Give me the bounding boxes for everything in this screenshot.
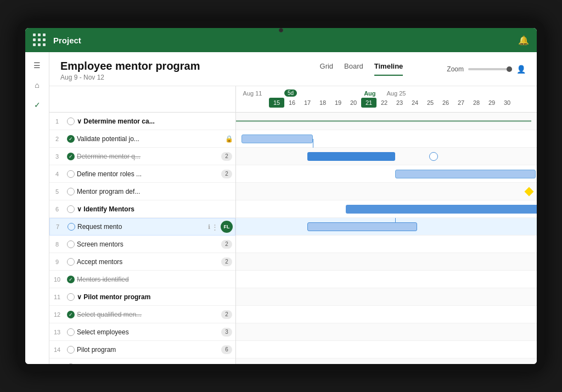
lock-icon: 🔒 bbox=[225, 135, 233, 143]
table-row[interactable]: 9 Accept mentors 2 bbox=[49, 253, 235, 271]
date-20: 20 bbox=[346, 98, 361, 108]
date-19: 19 bbox=[330, 98, 346, 108]
bar-row2 bbox=[241, 135, 313, 143]
date-18: 18 bbox=[315, 98, 330, 108]
table-row[interactable]: 7 Request mento ℹ ⋮ FL bbox=[49, 218, 235, 236]
table-row[interactable]: 13 Select employees 3 bbox=[49, 323, 235, 341]
table-row[interactable]: 12 ✓ Select qualified men... 2 bbox=[49, 306, 235, 323]
app-title: Project bbox=[53, 36, 518, 45]
timeline-body bbox=[236, 113, 537, 364]
tab-timeline[interactable]: Timeline bbox=[374, 62, 403, 76]
bar-row4 bbox=[395, 170, 536, 178]
date-aug11: Aug 11 bbox=[236, 90, 269, 97]
project-subtitle: Aug 9 - Nov 12 bbox=[60, 74, 200, 81]
gantt-row-10 bbox=[236, 271, 537, 288]
gantt-row-4 bbox=[236, 165, 537, 183]
table-row[interactable]: 1 ∨ Determine mentor ca... bbox=[49, 113, 235, 130]
table-row[interactable]: 3 ✓ Determine mentor q... 2 bbox=[49, 148, 235, 165]
gantt-row-6 bbox=[236, 200, 537, 218]
avatar: FL bbox=[221, 221, 233, 233]
five-d-pill: 5d bbox=[284, 89, 297, 97]
date-17: 17 bbox=[300, 98, 315, 108]
gantt-row-15 bbox=[236, 359, 537, 364]
tab-grid[interactable]: Grid bbox=[320, 62, 334, 76]
table-row[interactable]: 6 ∨ Identify Mentors bbox=[49, 200, 235, 218]
table-row[interactable]: 11 ∨ Pilot mentor program bbox=[49, 288, 235, 306]
info-icon: ℹ bbox=[208, 223, 210, 231]
table-row[interactable]: 15 Pilot complete bbox=[49, 359, 235, 364]
gantt-row-5 bbox=[236, 183, 537, 200]
table-row[interactable]: 4 Define mentor roles ... 2 bbox=[49, 165, 235, 183]
date-21: 21 bbox=[361, 98, 376, 108]
zoom-slider[interactable] bbox=[468, 68, 512, 70]
sidebar: ☰ ⌂ ✓ bbox=[25, 52, 49, 364]
project-title: Employee mentor program bbox=[60, 60, 200, 72]
gantt-row-13 bbox=[236, 323, 537, 341]
gantt-row-3 bbox=[236, 148, 537, 165]
sidebar-home-icon[interactable]: ⌂ bbox=[29, 76, 46, 94]
bar-row7 bbox=[307, 222, 417, 231]
table-row[interactable]: 14 Pilot program 6 bbox=[49, 341, 235, 359]
aug25-label: Aug 25 bbox=[387, 90, 406, 97]
gantt-row-8 bbox=[236, 236, 537, 253]
gantt-row-2 bbox=[236, 130, 537, 148]
zoom-handle[interactable] bbox=[507, 66, 512, 72]
gantt-row-7 bbox=[236, 218, 537, 236]
table-row[interactable]: 8 Screen mentors 2 bbox=[49, 236, 235, 253]
bar-row3 bbox=[307, 152, 395, 161]
date-16: 16 bbox=[284, 98, 300, 108]
project-header: Employee mentor program Aug 9 - Nov 12 G… bbox=[49, 52, 537, 86]
date-15: 15 bbox=[269, 98, 284, 108]
connector-circle-3 bbox=[429, 152, 438, 161]
app-grid-icon[interactable] bbox=[33, 33, 47, 47]
gantt-row-11 bbox=[236, 288, 537, 306]
more-icon[interactable]: ⋮ bbox=[211, 223, 218, 231]
table-row[interactable]: 2 ✓ Validate potential jo... 🔒 bbox=[49, 130, 235, 148]
diamond-row5 bbox=[525, 187, 534, 197]
user-icon: 👤 bbox=[516, 65, 526, 74]
bar-row1 bbox=[236, 120, 531, 122]
table-row[interactable]: 5 Mentor program def... bbox=[49, 183, 235, 200]
sidebar-menu-icon[interactable]: ☰ bbox=[29, 57, 46, 74]
gantt-row-1 bbox=[236, 113, 537, 130]
connector-down-7 bbox=[395, 218, 396, 222]
gantt-row-9 bbox=[236, 253, 537, 271]
gantt-row-12 bbox=[236, 306, 537, 323]
sidebar-check-icon[interactable]: ✓ bbox=[29, 96, 46, 114]
tab-board[interactable]: Board bbox=[344, 62, 363, 76]
gantt-row-14 bbox=[236, 341, 537, 359]
gantt-chart bbox=[236, 113, 537, 364]
bar-row6 bbox=[346, 205, 537, 214]
bell-icon[interactable]: 🔔 bbox=[518, 35, 529, 46]
aug-right-label: Aug bbox=[364, 90, 375, 97]
table-row[interactable]: 10 ✓ Mentors identified bbox=[49, 271, 235, 288]
task-list: 1 ∨ Determine mentor ca... 2 ✓ Validate … bbox=[49, 86, 236, 364]
timeline-header: Aug 11 5d Aug Aug 25 15 16 bbox=[236, 86, 537, 113]
zoom-label: Zoom bbox=[447, 65, 464, 73]
task-list-header-spacer bbox=[49, 86, 235, 113]
timeline-area: Aug 11 5d Aug Aug 25 15 16 bbox=[236, 86, 537, 364]
